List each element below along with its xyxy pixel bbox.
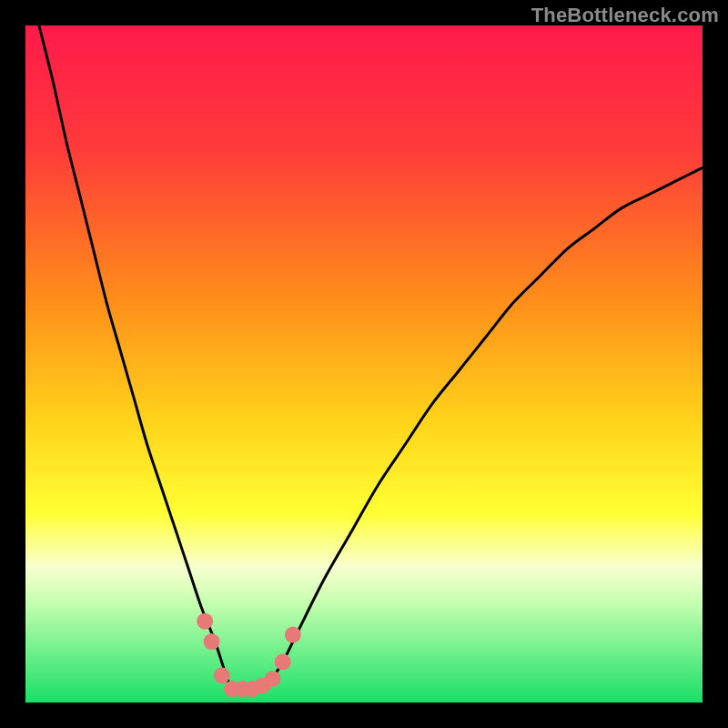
marker-dot <box>265 671 281 687</box>
chart-svg <box>25 25 703 703</box>
marker-dot <box>275 653 291 670</box>
marker-dot <box>285 627 301 643</box>
chart-frame: TheBottleneck.com <box>0 0 728 728</box>
marker-dot <box>214 667 230 683</box>
plot-area <box>25 25 703 703</box>
marker-dot <box>197 613 213 630</box>
gradient-background <box>25 25 703 703</box>
marker-dot <box>204 633 220 650</box>
watermark-text: TheBottleneck.com <box>531 4 719 27</box>
